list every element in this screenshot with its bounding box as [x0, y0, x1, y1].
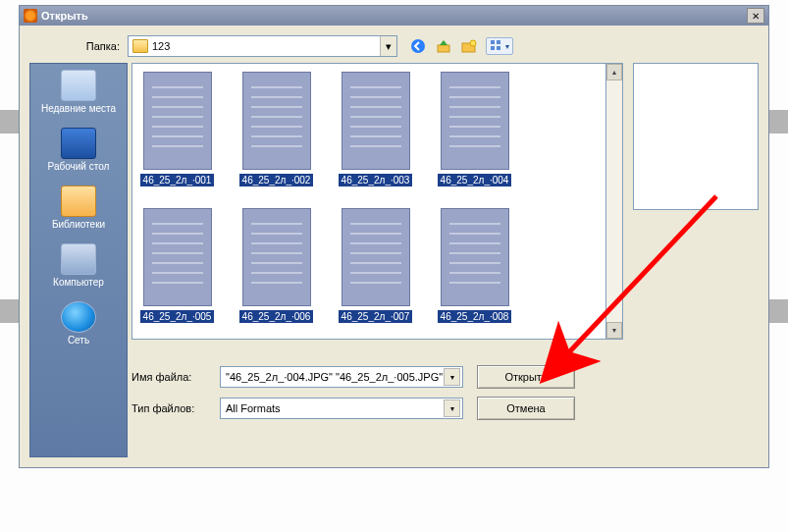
- svg-rect-5: [497, 40, 500, 44]
- preview-pane: [633, 63, 759, 210]
- svg-rect-1: [438, 45, 449, 52]
- svg-point-3: [470, 40, 476, 46]
- new-folder-icon[interactable]: [460, 37, 478, 55]
- thumbnail-caption: 46_25_2л_·006: [239, 310, 314, 323]
- open-button[interactable]: Открыть: [477, 365, 575, 389]
- sidebar-item-recent[interactable]: Недавние места: [34, 70, 123, 114]
- sidebar-item-computer[interactable]: Компьютер: [34, 243, 123, 288]
- thumbnail-caption: 46_25_2л_·004: [438, 174, 512, 186]
- sidebar-item-label: Рабочий стол: [48, 161, 110, 172]
- filename-value: "46_25_2л_·004.JPG" "46_25_2л_·005.JPG": [223, 371, 444, 383]
- libraries-icon: [61, 186, 96, 217]
- scroll-track[interactable]: [606, 80, 622, 322]
- scroll-up-button[interactable]: ▴: [606, 64, 622, 80]
- svg-rect-7: [497, 46, 500, 50]
- places-sidebar: Недавние места Рабочий стол Библиотеки К…: [29, 63, 128, 457]
- file-thumbnail[interactable]: 46_25_2л_·004: [438, 72, 511, 186]
- filetype-label: Тип файлов:: [131, 402, 220, 414]
- back-icon[interactable]: [409, 37, 427, 55]
- file-thumbnail[interactable]: 46_25_2л_·007: [339, 208, 412, 323]
- thumbnail-image: [242, 72, 311, 170]
- thumbnail-image: [341, 72, 410, 170]
- folder-value: 123: [152, 40, 380, 52]
- sidebar-item-label: Недавние места: [41, 103, 116, 114]
- filename-combobox[interactable]: "46_25_2л_·004.JPG" "46_25_2л_·005.JPG" …: [220, 366, 463, 388]
- file-thumbnail[interactable]: 46_25_2л_·008: [438, 208, 511, 323]
- computer-icon: [61, 243, 96, 275]
- file-thumbnail[interactable]: 46_25_2л_·002: [239, 72, 313, 186]
- scrollbar[interactable]: ▴ ▾: [606, 63, 623, 340]
- view-menu-icon[interactable]: ▾: [486, 37, 513, 55]
- sidebar-item-desktop[interactable]: Рабочий стол: [34, 128, 123, 172]
- recent-places-icon: [61, 70, 96, 101]
- file-thumbnail[interactable]: 46_25_2л_·005: [140, 208, 214, 323]
- chevron-down-icon[interactable]: ▾: [380, 36, 396, 56]
- thumbnail-caption: 46_25_2л_·008: [438, 310, 512, 323]
- folder-icon: [132, 39, 148, 53]
- up-icon[interactable]: [435, 37, 452, 55]
- chevron-down-icon[interactable]: ▾: [444, 399, 460, 417]
- file-thumbnail[interactable]: 46_25_2л_·001: [140, 72, 214, 186]
- desktop-icon: [61, 128, 96, 159]
- sidebar-item-label: Библиотеки: [52, 219, 105, 230]
- scroll-down-button[interactable]: ▾: [606, 322, 622, 339]
- close-icon: ✕: [752, 11, 760, 22]
- chevron-down-icon[interactable]: ▾: [444, 368, 460, 386]
- folder-label: Папка:: [29, 40, 128, 52]
- svg-point-0: [411, 39, 425, 53]
- sidebar-item-label: Компьютер: [53, 277, 104, 288]
- thumbnail-image: [143, 72, 212, 170]
- thumbnail-image: [143, 208, 212, 306]
- sidebar-item-network[interactable]: Сеть: [34, 301, 123, 346]
- app-icon: [24, 9, 37, 23]
- thumbnail-image: [441, 72, 509, 170]
- sidebar-item-libraries[interactable]: Библиотеки: [34, 186, 123, 230]
- file-thumbnail[interactable]: 46_25_2л_·003: [339, 72, 412, 186]
- file-thumbnail[interactable]: 46_25_2л_·006: [239, 208, 313, 323]
- filename-label: Имя файла:: [131, 371, 220, 383]
- thumbnail-image: [341, 208, 410, 306]
- svg-rect-6: [491, 46, 495, 50]
- window-title: Открыть: [41, 10, 88, 22]
- folder-combobox[interactable]: 123 ▾: [128, 35, 397, 57]
- thumbnail-image: [242, 208, 311, 306]
- thumbnail-caption: 46_25_2л_·003: [339, 174, 413, 186]
- thumbnail-caption: 46_25_2л_·007: [339, 310, 413, 323]
- main-area: 46_25_2л_·001 46_25_2л_·002 46_25_2л_·00…: [131, 63, 759, 457]
- filetype-combobox[interactable]: All Formats ▾: [220, 398, 463, 419]
- sidebar-item-label: Сеть: [68, 335, 89, 346]
- thumbnail-caption: 46_25_2л_·005: [140, 310, 215, 323]
- toolbar: Папка: 123 ▾ ▾: [20, 26, 768, 63]
- close-button[interactable]: ✕: [747, 8, 764, 24]
- open-file-dialog: Открыть ✕ Папка: 123 ▾ ▾: [19, 5, 769, 468]
- svg-rect-4: [491, 40, 495, 44]
- thumbnail-image: [441, 208, 509, 306]
- filetype-value: All Formats: [223, 402, 444, 414]
- network-icon: [61, 301, 96, 333]
- thumbnail-caption: 46_25_2л_·002: [239, 174, 314, 186]
- cancel-button[interactable]: Отмена: [477, 397, 575, 420]
- titlebar: Открыть ✕: [20, 6, 768, 26]
- file-list[interactable]: 46_25_2л_·001 46_25_2л_·002 46_25_2л_·00…: [131, 63, 606, 340]
- thumbnail-caption: 46_25_2л_·001: [140, 174, 215, 186]
